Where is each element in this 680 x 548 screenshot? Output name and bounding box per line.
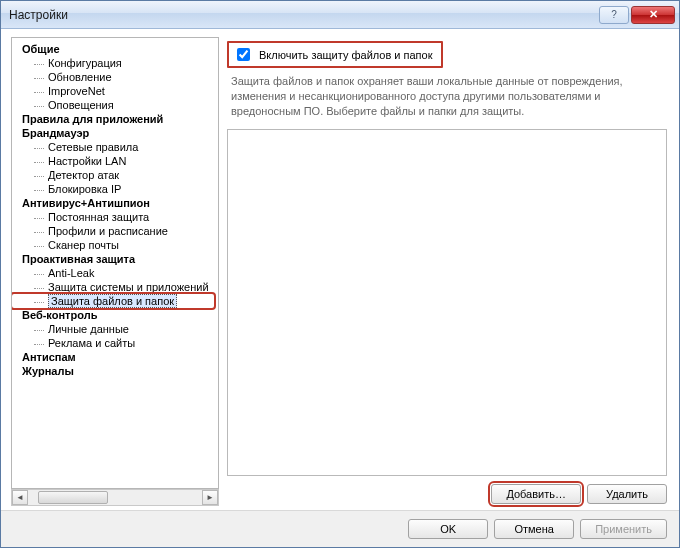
nav-item-label: Личные данные (48, 323, 129, 335)
close-button[interactable]: ✕ (631, 6, 675, 24)
nav-group[interactable]: Общие (12, 42, 218, 56)
nav-group[interactable]: Проактивная защита (12, 252, 218, 266)
nav-item-label: Настройки LAN (48, 155, 126, 167)
nav-item-label: Оповещения (48, 99, 114, 111)
nav-item[interactable]: Обновление (12, 70, 218, 84)
scroll-right-arrow[interactable]: ► (202, 490, 218, 505)
apply-button[interactable]: Применить (580, 519, 667, 539)
nav-item-label: Конфигурация (48, 57, 122, 69)
nav-item-label: Anti-Leak (48, 267, 94, 279)
titlebar: Настройки ? ✕ (1, 1, 679, 29)
scroll-left-arrow[interactable]: ◄ (12, 490, 28, 505)
protected-items-list[interactable] (227, 129, 667, 476)
enable-protection-checkbox[interactable] (237, 48, 250, 61)
scroll-thumb[interactable] (38, 491, 108, 504)
delete-button[interactable]: Удалить (587, 484, 667, 504)
nav-item[interactable]: Защита файлов и папок (12, 294, 214, 308)
nav-item[interactable]: Детектор атак (12, 168, 218, 182)
enable-protection-label: Включить защиту файлов и папок (259, 49, 433, 61)
nav-item[interactable]: Настройки LAN (12, 154, 218, 168)
nav-item[interactable]: Постоянная защита (12, 210, 218, 224)
nav-group[interactable]: Брандмауэр (12, 126, 218, 140)
nav-item[interactable]: Блокировка IP (12, 182, 218, 196)
sidebar-container: ОбщиеКонфигурацияОбновлениеImproveNetОпо… (11, 37, 219, 506)
nav-item[interactable]: Оповещения (12, 98, 218, 112)
content-area: ОбщиеКонфигурацияОбновлениеImproveNetОпо… (1, 29, 679, 510)
nav-item-label: Обновление (48, 71, 112, 83)
list-button-row: Добавить… Удалить (227, 476, 667, 506)
scroll-track[interactable] (28, 490, 202, 505)
nav-item[interactable]: Реклама и сайты (12, 336, 218, 350)
nav-group[interactable]: Правила для приложений (12, 112, 218, 126)
nav-group[interactable]: Веб-контроль (12, 308, 218, 322)
enable-protection-row[interactable]: Включить защиту файлов и папок (227, 41, 443, 68)
nav-group[interactable]: Журналы (12, 364, 218, 378)
dialog-footer: OK Отмена Применить (1, 510, 679, 547)
nav-item[interactable]: Защита системы и приложений (12, 280, 218, 294)
nav-item[interactable]: Сканер почты (12, 238, 218, 252)
nav-item-label: Детектор атак (48, 169, 119, 181)
sidebar-scrollbar[interactable]: ◄ ► (11, 489, 219, 506)
description-text: Защита файлов и папок охраняет ваши лока… (227, 68, 667, 129)
help-icon: ? (611, 9, 617, 20)
ok-button[interactable]: OK (408, 519, 488, 539)
nav-item-label: ImproveNet (48, 85, 105, 97)
add-button[interactable]: Добавить… (491, 484, 581, 504)
main-panel: Включить защиту файлов и папок Защита фа… (225, 37, 669, 506)
nav-item[interactable]: Личные данные (12, 322, 218, 336)
nav-item[interactable]: Сетевые правила (12, 140, 218, 154)
nav-item-label: Блокировка IP (48, 183, 121, 195)
nav-group[interactable]: Антиспам (12, 350, 218, 364)
nav-item-label: Сканер почты (48, 239, 119, 251)
nav-item-label: Защита системы и приложений (48, 281, 209, 293)
help-button[interactable]: ? (599, 6, 629, 24)
nav-item-label: Профили и расписание (48, 225, 168, 237)
nav-tree[interactable]: ОбщиеКонфигурацияОбновлениеImproveNetОпо… (11, 37, 219, 489)
nav-item[interactable]: Конфигурация (12, 56, 218, 70)
nav-item-label: Реклама и сайты (48, 337, 135, 349)
nav-group[interactable]: Антивирус+Антишпион (12, 196, 218, 210)
close-icon: ✕ (649, 8, 658, 21)
window-title: Настройки (9, 8, 597, 22)
nav-item-label: Защита файлов и папок (48, 294, 177, 308)
nav-item-label: Сетевые правила (48, 141, 138, 153)
cancel-button[interactable]: Отмена (494, 519, 574, 539)
nav-item[interactable]: ImproveNet (12, 84, 218, 98)
nav-item-label: Постоянная защита (48, 211, 149, 223)
settings-window: Настройки ? ✕ ОбщиеКонфигурацияОбновлени… (0, 0, 680, 548)
nav-item[interactable]: Anti-Leak (12, 266, 218, 280)
nav-item[interactable]: Профили и расписание (12, 224, 218, 238)
